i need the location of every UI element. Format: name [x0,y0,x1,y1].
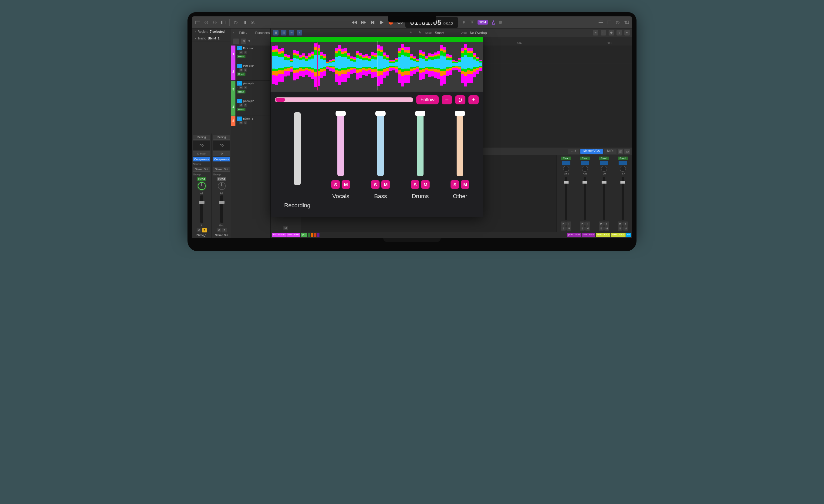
zoom-h-icon[interactable]: ↔ [601,30,606,35]
scrub-handle[interactable] [276,98,285,102]
library-icon[interactable] [195,19,201,25]
pan-knob[interactable] [620,166,626,172]
clip[interactable]: Multi...ics 2 [596,233,610,237]
region-row[interactable]: › Region: 7 selected [192,28,231,35]
mute-button[interactable]: M [239,121,243,124]
stem-volume-slider[interactable] [417,112,423,176]
input-button[interactable]: I [604,221,609,226]
mute-button[interactable]: M [585,226,590,231]
solo-button[interactable]: S [561,226,566,231]
solo-button[interactable]: S [243,121,247,124]
automation-read[interactable]: Read [217,177,226,181]
mute-button[interactable]: M [604,226,609,231]
rec-button[interactable]: R [618,221,623,226]
automation-read[interactable]: Read [618,157,628,160]
solo-button[interactable]: S [243,51,247,54]
solo-lock-icon[interactable]: S [469,19,475,25]
browser-icon[interactable] [623,19,629,25]
add-track-button[interactable]: + [233,38,239,44]
loop-browser-icon[interactable] [615,19,621,25]
rec-button[interactable]: R [561,221,566,226]
eq-display[interactable]: EQ [193,141,210,150]
volume-fader[interactable] [565,177,567,220]
zoom-tool-icon[interactable]: ⊕ [609,30,614,35]
pan-knob[interactable] [563,166,569,172]
waveform-display[interactable] [271,37,483,92]
output-slot[interactable]: Stereo Out [213,167,230,172]
help-icon[interactable]: ? [212,19,218,25]
panel-icon[interactable] [220,19,226,25]
setting-button[interactable]: Setting [193,135,210,139]
forward-icon[interactable] [360,19,367,25]
clip[interactable]: puls...hord [582,233,595,237]
clip[interactable]: pl... [301,233,307,237]
tab-midi[interactable]: MIDI [604,149,616,154]
automation-read[interactable]: Read [561,157,571,160]
mute-button[interactable]: M [239,86,243,89]
catch-icon[interactable]: ▸ [297,30,302,35]
pointer-tool-icon[interactable]: ↖ [408,30,414,36]
volume-fader[interactable] [220,195,223,223]
slider-thumb[interactable] [415,111,425,116]
follow-button[interactable]: Follow [416,95,439,104]
automation-read[interactable]: Read [237,73,245,76]
stem-mute-button[interactable]: M [421,180,430,189]
solo-button[interactable]: S [243,103,247,107]
mute-button[interactable]: M [239,103,243,107]
track-row[interactable]: 2 ∿ Pizz dron › M S Read [231,63,270,81]
toggle-dot[interactable] [499,21,502,24]
stem-solo-button[interactable]: S [411,180,419,189]
clips-overview[interactable]: Pizz dronePizz dronepl...puls...hordpuls… [271,232,632,238]
clip[interactable]: Multi...ics 2 [611,233,626,237]
track-row[interactable]: 5 ∿ Bbm4_1 › M S [231,116,270,126]
list-icon[interactable] [598,19,604,25]
mute-button[interactable]: M [283,226,288,230]
mixer-wide-icon[interactable]: ▭ [624,149,630,154]
clip[interactable] [314,233,316,237]
solo-button[interactable]: S [243,86,247,89]
clip[interactable]: Gl [626,233,631,237]
automation-read[interactable]: Read [197,177,206,181]
piano-roll-icon[interactable]: ▥ [281,30,286,35]
automation-read[interactable]: Read [237,55,245,58]
stem-volume-slider[interactable] [294,112,301,185]
solo-button[interactable]: S [222,228,227,232]
zoom-reset-button[interactable]: 0 [455,95,466,104]
compressor-insert[interactable]: Compressor [193,157,210,162]
clip[interactable] [311,233,313,237]
slider-thumb[interactable] [455,111,465,116]
rec-button[interactable]: R [599,221,604,226]
pan-knob[interactable] [582,166,588,172]
output-slot[interactable]: Stereo Out [193,167,210,172]
stem-mute-button[interactable]: M [461,180,469,189]
mute-button[interactable]: M [217,228,221,232]
pan-knob[interactable] [218,182,226,190]
notes-icon[interactable] [606,19,612,25]
solo-button[interactable]: S [243,68,247,72]
input-slot[interactable]: ⊙ Input [193,151,210,156]
track-row[interactable]: › Track: Bbm4_1 [192,35,231,42]
clip[interactable]: puls...hord [567,233,581,237]
zoom-in-button[interactable]: + [469,95,479,104]
clip[interactable] [317,233,319,237]
stem-volume-slider[interactable] [377,112,384,176]
mute-button[interactable]: M [239,68,243,72]
automation-read[interactable]: Read [237,108,245,111]
clip[interactable] [308,233,310,237]
snap-value[interactable]: Smart [435,31,443,34]
drag-value[interactable]: No Overlap [470,31,487,34]
colors-icon[interactable] [233,19,239,25]
scrub-bar[interactable] [275,97,413,102]
compressor-insert[interactable]: Compressor [213,157,230,162]
solo-button[interactable]: S [618,226,623,231]
stop-icon[interactable] [370,19,376,25]
solo-button[interactable]: S [202,228,207,232]
tab-out[interactable]: ...ut [568,149,579,154]
stem-solo-button[interactable]: S [450,180,459,189]
rec-button[interactable]: R [580,221,585,226]
automation-read[interactable]: Read [599,157,609,160]
pan-knob[interactable] [198,182,206,190]
mixer-icon[interactable] [241,19,247,25]
edit-menu[interactable]: Edit⌄ [237,30,250,35]
stem-solo-button[interactable]: S [331,180,340,189]
